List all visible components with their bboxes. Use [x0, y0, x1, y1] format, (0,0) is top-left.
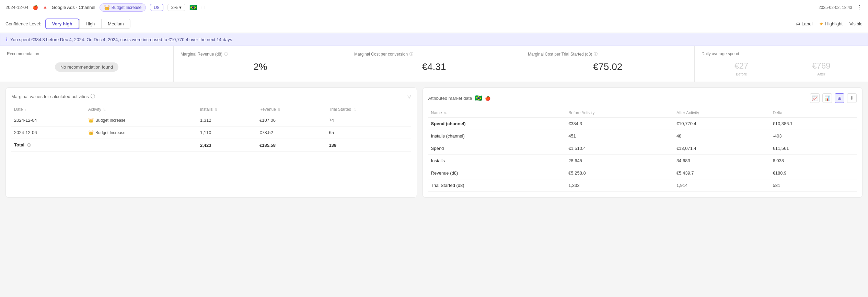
cell-date: 2024-12-06: [11, 127, 85, 139]
cell-trial: 74: [326, 114, 411, 127]
marginal-cost-trial-title: Marginal Cost per Trial Started (d8) ⓘ: [528, 51, 687, 57]
chart-bar-button[interactable]: 📊: [822, 93, 832, 103]
bookmark-icon[interactable]: □: [201, 4, 205, 11]
col-revenue[interactable]: Revenue ⇅: [257, 105, 326, 114]
channel-label: Google Ads - Channel: [52, 5, 95, 10]
cell-activity: 👑 Budget Increase: [85, 127, 197, 139]
table-view-button[interactable]: ⊞: [835, 93, 844, 103]
col-date[interactable]: Date ↑: [11, 105, 85, 114]
marginal-cost-trial-value: €75.02: [528, 61, 687, 72]
recommendation-card: Recommendation No recommendation found: [0, 46, 174, 82]
total-label: Total ⓘ: [11, 139, 85, 152]
filter-icon[interactable]: ▽: [407, 94, 411, 99]
marginal-cost-card: Marginal Cost per conversion ⓘ €4.31: [347, 46, 521, 82]
label-button[interactable]: 🏷 Label: [796, 21, 813, 26]
daily-spend-values: €27 Before €769 After: [702, 61, 861, 76]
marginal-revenue-info-icon[interactable]: ⓘ: [224, 51, 228, 57]
highlight-button[interactable]: ★ Highlight: [819, 21, 843, 26]
marginal-cost-trial-info-icon[interactable]: ⓘ: [594, 51, 598, 57]
cell-before: €5,258.8: [566, 167, 674, 179]
right-panel-actions: 📈 📊 ⊞ ⬇: [810, 93, 857, 103]
cell-installs: 1,110: [197, 127, 257, 139]
list-item: Spend (channel) €384.3 €10,770.4 €10,386…: [428, 118, 857, 130]
confidence-label: Confidence Level:: [5, 21, 41, 26]
col-trial[interactable]: Trial Started ⇅: [326, 105, 411, 114]
confidence-very-high-button[interactable]: Very high: [45, 19, 79, 29]
col-installs[interactable]: installs ⇅: [197, 105, 257, 114]
marginal-revenue-card: Marginal Revenue (d8) ⓘ 2%: [174, 46, 347, 82]
right-panel-header: Attributed market data 🇧🇷 🍎 📈 📊 ⊞ ⬇: [428, 93, 857, 103]
cell-activity: 👑 Budget Increase: [85, 114, 197, 127]
tag-icon: 🏷: [796, 21, 800, 26]
marginal-cost-title: Marginal Cost per conversion ⓘ: [354, 51, 514, 57]
crown-icon: 👑: [104, 5, 110, 10]
more-options-icon[interactable]: ⋮: [856, 4, 863, 11]
cell-after: 34,683: [674, 155, 770, 167]
list-item: Spend €1,510.4 €13,071.4 €11,561: [428, 142, 857, 155]
visible-button[interactable]: Visible: [849, 21, 863, 26]
cell-name: Revenue (d8): [428, 167, 566, 179]
col-name[interactable]: Name ⇅: [428, 108, 566, 118]
metrics-row: Recommendation No recommendation found M…: [0, 46, 868, 82]
total-trial: 139: [326, 139, 411, 152]
daily-spend-before: €27 Before: [702, 61, 782, 76]
recommendation-title: Recommendation: [7, 51, 166, 56]
marginal-revenue-value: 2%: [181, 61, 340, 72]
left-panel-info-icon[interactable]: ⓘ: [91, 93, 95, 99]
total-row: Total ⓘ 2,423 €185.58 139: [11, 139, 411, 152]
download-button[interactable]: ⬇: [847, 93, 857, 103]
cell-before: €1,510.4: [566, 142, 674, 155]
activities-table: Date ↑ Activity ⇅ installs ⇅ Revenue ⇅ T…: [11, 105, 411, 152]
col-delta[interactable]: Delta: [770, 108, 857, 118]
cell-delta: €10,386.1: [770, 118, 857, 130]
daily-spend-title: Daily average spend: [702, 51, 861, 56]
star-icon: ★: [819, 21, 823, 26]
confidence-high-button[interactable]: High: [79, 19, 102, 29]
marginal-cost-info-icon[interactable]: ⓘ: [409, 51, 413, 57]
cell-name: Spend: [428, 142, 566, 155]
confidence-medium-button[interactable]: Medium: [101, 19, 130, 29]
activity-label: Budget Increase: [112, 5, 141, 10]
apple-right-icon: 🍎: [485, 96, 490, 101]
cell-before: 1,333: [566, 179, 674, 192]
list-item: Installs (channel) 451 48 -403: [428, 130, 857, 142]
col-activity[interactable]: Activity ⇅: [85, 105, 197, 114]
total-installs: 2,423: [197, 139, 257, 152]
cell-delta: 581: [770, 179, 857, 192]
crown-icon: 👑: [88, 130, 94, 135]
cell-after: 1,914: [674, 179, 770, 192]
chart-line-button[interactable]: 📈: [810, 93, 820, 103]
marginal-revenue-title: Marginal Revenue (d8) ⓘ: [181, 51, 340, 57]
daily-spend-card: Daily average spend €27 Before €769 Afte…: [695, 46, 868, 82]
cell-delta: €11,561: [770, 142, 857, 155]
cell-date: 2024-12-04: [11, 114, 85, 127]
d8-badge: D8: [150, 4, 163, 11]
total-info-icon[interactable]: ⓘ: [27, 143, 31, 147]
google-ads-icon: 🔺: [42, 5, 48, 10]
pct-badge[interactable]: 2% ▾: [167, 4, 185, 11]
list-item: Installs 28,645 34,683 6,038: [428, 155, 857, 167]
cell-after: €10,770.4: [674, 118, 770, 130]
list-item: Revenue (d8) €5,258.8 €5,439.7 €180.9: [428, 167, 857, 179]
info-banner: ℹ You spent €384.3 before Dec 4, 2024. O…: [0, 33, 868, 46]
cell-installs: 1,312: [197, 114, 257, 127]
cell-delta: -403: [770, 130, 857, 142]
flag-br-right-icon: 🇧🇷: [475, 94, 482, 102]
total-revenue: €185.58: [257, 139, 326, 152]
left-panel-title: Marginal values for calculated activitie…: [11, 93, 411, 99]
top-bar-right-date: 2025-02-02, 18:43: [819, 5, 852, 10]
crown-icon: 👑: [88, 118, 94, 123]
chevron-down-icon: ▾: [179, 5, 182, 10]
cell-after: €5,439.7: [674, 167, 770, 179]
col-before[interactable]: Before Activity: [566, 108, 674, 118]
table-header-row: Date ↑ Activity ⇅ installs ⇅ Revenue ⇅ T…: [11, 105, 411, 114]
list-item: Trial Started (d8) 1,333 1,914 581: [428, 179, 857, 192]
cell-before: 451: [566, 130, 674, 142]
cell-name: Trial Started (d8): [428, 179, 566, 192]
apple-icon: 🍎: [33, 5, 38, 10]
top-bar-date: 2024-12-04: [5, 5, 28, 10]
top-bar: 2024-12-04 🍎 🔺 Google Ads - Channel 👑 Bu…: [0, 0, 868, 15]
col-after[interactable]: After Activity: [674, 108, 770, 118]
cell-trial: 65: [326, 127, 411, 139]
daily-spend-after: €769 After: [782, 61, 861, 76]
